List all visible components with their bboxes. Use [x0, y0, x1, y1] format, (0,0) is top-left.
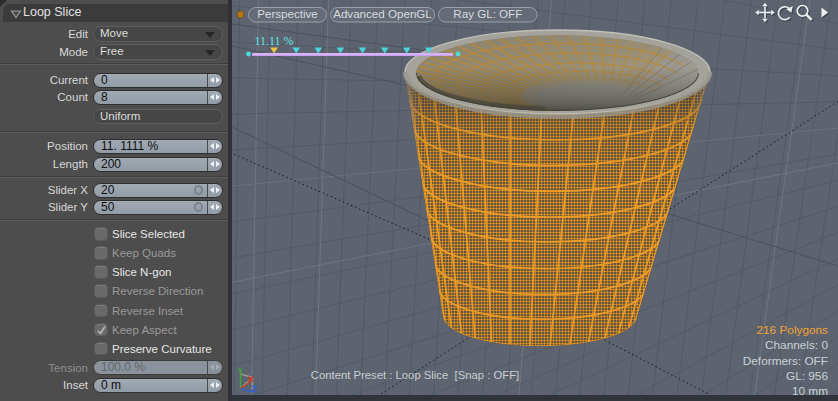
svg-text:Ray GL: OFF: Ray GL: OFF — [453, 7, 522, 20]
svg-text:Deformers: OFF: Deformers: OFF — [743, 354, 828, 368]
svg-text:Channels: 0: Channels: 0 — [765, 338, 828, 352]
svg-text:Content Preset : Loop Slice [: Content Preset : Loop Slice [Snap : OFF] — [311, 369, 519, 381]
svg-text:Perspective: Perspective — [257, 7, 318, 20]
svg-text:11.11 %: 11.11 % — [255, 34, 294, 48]
svg-text:GL: 956: GL: 956 — [786, 369, 828, 383]
svg-text:216 Polygons: 216 Polygons — [757, 323, 829, 337]
svg-text:Advanced OpenGL: Advanced OpenGL — [333, 7, 432, 20]
